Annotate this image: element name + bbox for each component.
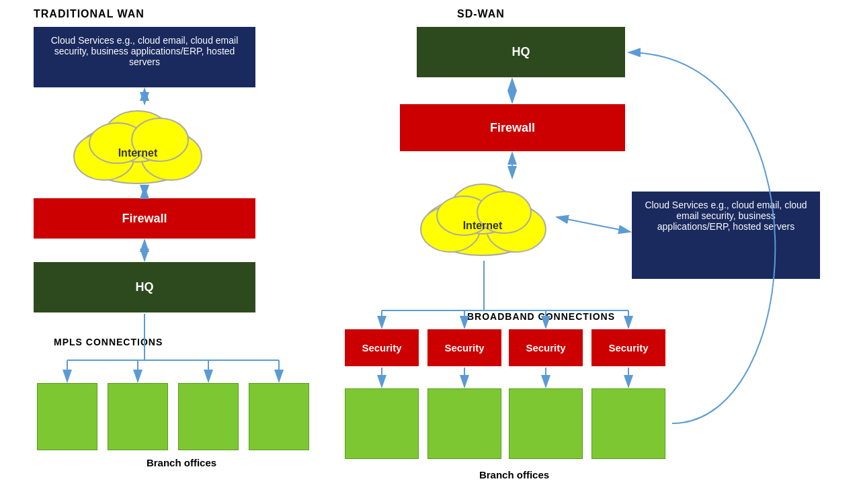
security-box-3: Security [509, 329, 583, 366]
left-branch-2 [108, 383, 168, 450]
right-internet-cloud: Internet [409, 173, 557, 261]
security-box-4: Security [591, 329, 665, 366]
right-branch-offices-label: Branch offices [356, 469, 672, 480]
security-box-1: Security [345, 329, 419, 366]
right-section-title: SD-WAN [457, 8, 645, 20]
left-section-title: TRADITIONAL WAN [34, 8, 276, 20]
svg-text:Internet: Internet [118, 147, 158, 159]
right-hq-box: HQ [417, 27, 625, 77]
left-branch-offices-label: Branch offices [54, 457, 309, 468]
svg-text:Internet: Internet [463, 220, 503, 231]
broadband-connections-title: BROADBAND CONNECTIONS [390, 310, 692, 323]
left-hq-box: HQ [34, 262, 255, 312]
right-branch-3 [509, 388, 583, 459]
left-cloud-services-box: Cloud Services e.g., cloud email, cloud … [34, 27, 255, 87]
right-cloud-services-box: Cloud Services e.g., cloud email, cloud … [632, 192, 820, 279]
left-firewall-box: Firewall [34, 198, 255, 239]
svg-line-27 [557, 217, 630, 232]
left-mpls-title: MPLS CONNECTIONS [54, 336, 242, 348]
right-branch-1 [345, 388, 419, 459]
left-branch-4 [249, 383, 309, 450]
left-branch-3 [178, 383, 239, 450]
left-branch-1 [37, 383, 97, 450]
right-branch-4 [591, 388, 665, 459]
right-firewall-box: Firewall [400, 104, 625, 151]
right-branch-2 [427, 388, 501, 459]
left-internet-cloud: Internet [60, 99, 215, 187]
security-box-2: Security [427, 329, 501, 366]
